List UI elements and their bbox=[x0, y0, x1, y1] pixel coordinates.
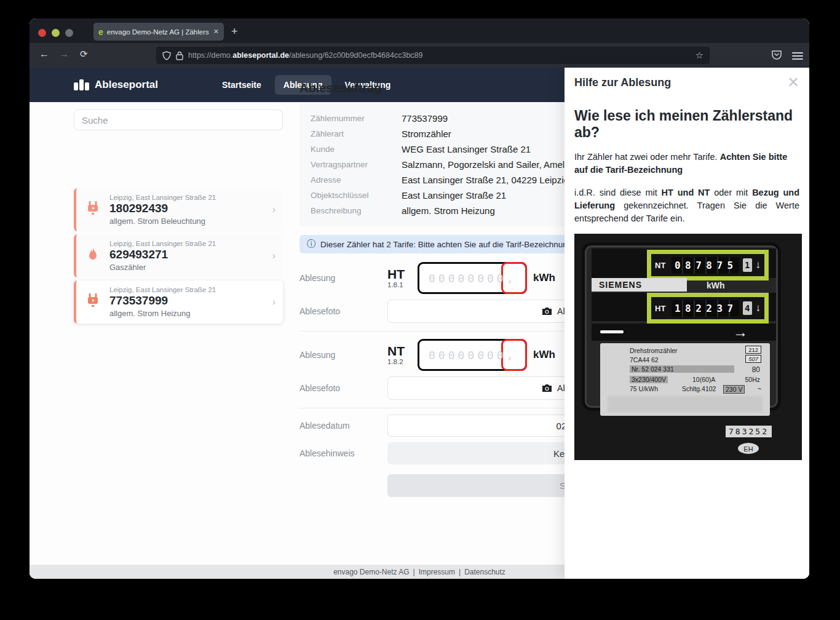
brand[interactable]: Ableseportal bbox=[74, 79, 158, 91]
meter-location: Leipzig, East Lansinger Straße 21 bbox=[109, 240, 272, 247]
window-zoom-button[interactable] bbox=[52, 29, 60, 37]
tariff-ht: HT 1.8.1 bbox=[387, 268, 418, 288]
footer-text: envago Demo-Netz AG bbox=[333, 568, 409, 576]
meter-number: 180292439 bbox=[109, 202, 272, 216]
unit-label: kWh bbox=[533, 272, 555, 284]
favicon: e bbox=[98, 28, 103, 36]
meter-reading-input-ht[interactable] bbox=[418, 262, 527, 294]
search-input[interactable] bbox=[74, 109, 283, 130]
help-heading: Wie lese ich meinen Zählerstand ab? bbox=[574, 108, 799, 141]
tab-strip: e envago Demo-Netz AG | Zählers ✕ + bbox=[30, 18, 809, 43]
back-icon[interactable]: ← bbox=[39, 49, 49, 60]
nav-link-startseite[interactable]: Startseite bbox=[213, 75, 270, 95]
brand-name: Ableseportal bbox=[95, 79, 158, 91]
browser-window: e envago Demo-Netz AG | Zählers ✕ + ← → … bbox=[30, 18, 809, 579]
ht-register-digits: 182237 bbox=[672, 300, 739, 317]
reading-label: Ablesung bbox=[299, 273, 387, 283]
help-paragraph-1: Ihr Zähler hat zwei oder mehr Tarife. Ac… bbox=[574, 151, 799, 177]
reading-label: Ablesung bbox=[299, 350, 387, 360]
kwh-label: kWh bbox=[707, 280, 725, 290]
serial-number: 783252 bbox=[726, 426, 772, 437]
help-panel: Hilfe zur Ablesung ✕ Wie lese ich meinen… bbox=[565, 68, 809, 579]
browser-toolbar: ← → ⟳ https://demo.ableseportal.de/ables… bbox=[30, 43, 809, 68]
new-tab-button[interactable]: + bbox=[231, 24, 238, 39]
chevron-right-icon: › bbox=[272, 296, 283, 308]
reload-icon[interactable]: ⟳ bbox=[80, 49, 88, 60]
reading-ht-field[interactable] bbox=[419, 264, 518, 292]
bookmark-star-icon[interactable]: ☆ bbox=[695, 50, 703, 61]
meter-description: allgem. Strom Heizung bbox=[109, 309, 272, 318]
down-arrow-icon: ↓ bbox=[756, 302, 761, 314]
nt-register-digits: 087875 bbox=[672, 257, 739, 274]
browser-tab[interactable]: e envago Demo-Netz AG | Zählers ✕ bbox=[93, 23, 224, 41]
meter-card-629493271[interactable]: Leipzig, East Lansinger Straße 21 629493… bbox=[74, 234, 283, 277]
nt-decimal-digit: 1 bbox=[743, 258, 752, 272]
url-text: https://demo.ableseportal.de/ablesung/62… bbox=[188, 51, 691, 60]
ht-register-label: HT bbox=[655, 304, 668, 313]
nt-register-label: NT bbox=[655, 261, 668, 270]
tab-close-icon[interactable]: ✕ bbox=[213, 28, 219, 36]
footer-link-datenschutz[interactable]: Datenschutz bbox=[464, 568, 505, 576]
meter-location: Leipzig, East Lansinger Straße 21 bbox=[109, 194, 272, 201]
photo-label: Ablesefoto bbox=[299, 383, 387, 393]
meter-description: Gaszähler bbox=[109, 263, 272, 272]
nt-register-highlight: NT 087875 1 ↓ bbox=[647, 250, 769, 280]
lock-icon bbox=[176, 51, 183, 60]
meter-description: allgem. Strom Beleuchtung bbox=[109, 217, 272, 226]
help-paragraph-2: i.d.R. sind diese mit HT und NT oder mit… bbox=[574, 186, 799, 225]
window-close-button[interactable] bbox=[38, 29, 46, 37]
info-icon: ⓘ bbox=[307, 239, 315, 250]
unit-label: kWh bbox=[533, 349, 555, 361]
tariff-nt: NT 1.8.2 bbox=[387, 344, 418, 365]
date-label: Ablesedatum bbox=[299, 421, 387, 431]
rotor-right-arrow: → bbox=[733, 325, 748, 340]
tab-title: envago Demo-Netz AG | Zählers bbox=[107, 28, 210, 36]
reading-nt-field[interactable] bbox=[419, 341, 518, 369]
meter-number: 773537999 bbox=[109, 294, 272, 308]
plug-icon bbox=[76, 201, 109, 218]
chevron-right-icon: › bbox=[272, 204, 283, 215]
url-bar[interactable]: https://demo.ableseportal.de/ablesung/62… bbox=[156, 47, 710, 64]
camera-icon bbox=[542, 384, 552, 392]
ht-decimal-digit: 4 bbox=[743, 301, 752, 315]
rotor-left-mark bbox=[600, 330, 624, 333]
meter-card-773537999[interactable]: Leipzig, East Lansinger Straße 21 773537… bbox=[74, 280, 283, 324]
photo-label: Ablesefoto bbox=[299, 306, 387, 316]
alert-text: Dieser Zähler hat 2 Tarife: Bitte achten… bbox=[320, 240, 572, 249]
down-arrow-icon: ↓ bbox=[756, 259, 761, 271]
close-icon[interactable]: ✕ bbox=[787, 74, 799, 91]
camera-icon bbox=[542, 307, 552, 316]
menu-icon[interactable] bbox=[792, 50, 803, 62]
meter-nameplate: Drehstromzähler 212 7CA44 62 507 Nr. 52 … bbox=[600, 343, 770, 416]
forward-icon[interactable]: → bbox=[59, 49, 69, 60]
meter-number: 629493271 bbox=[109, 248, 272, 262]
meter-card-180292439[interactable]: Leipzig, East Lansinger Straße 21 180292… bbox=[74, 188, 283, 231]
meter-reading-input-nt[interactable] bbox=[418, 339, 527, 371]
window-minimize-button[interactable] bbox=[65, 29, 73, 37]
plug-icon bbox=[76, 293, 109, 311]
chevron-right-icon: › bbox=[272, 250, 283, 261]
help-title: Hilfe zur Ablesung bbox=[574, 76, 799, 89]
meter-location: Leipzig, East Lansinger Straße 21 bbox=[109, 286, 272, 293]
pocket-icon[interactable] bbox=[771, 49, 782, 60]
ht-register-highlight: HT 182237 4 ↓ bbox=[647, 293, 769, 324]
flame-icon bbox=[76, 247, 109, 264]
hint-label: Ablesehinweis bbox=[299, 448, 387, 458]
footer-link-impressum[interactable]: Impressum bbox=[419, 568, 455, 576]
plug-logo-icon bbox=[74, 79, 89, 90]
shield-icon bbox=[162, 51, 171, 60]
meter-photo: NT 087875 1 ↓ SIEMENS kWh HT 182237 4 ↓ … bbox=[574, 234, 802, 460]
brand-label: SIEMENS bbox=[599, 280, 642, 290]
eh-badge: EH bbox=[737, 442, 760, 455]
